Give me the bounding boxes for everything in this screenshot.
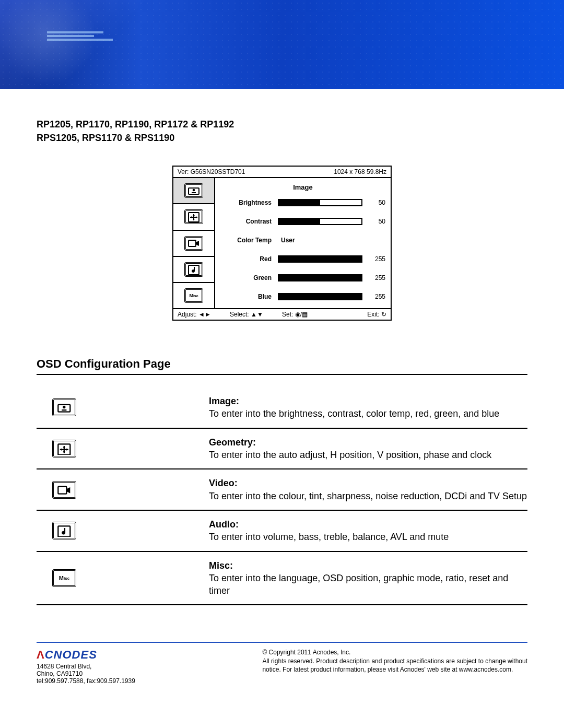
slider-track[interactable] <box>278 274 362 281</box>
config-row-video: Video:To enter into the colour, tint, sh… <box>37 469 527 511</box>
footer-legal: All rights reserved. Product description… <box>262 657 527 674</box>
osd-hint-set: Set: ◉/▦ <box>282 311 334 318</box>
image-icon <box>52 398 76 416</box>
config-desc: Geometry:To enter into the auto adjust, … <box>209 436 527 462</box>
osd-value: 50 <box>368 218 385 225</box>
config-desc: Video:To enter into the colour, tint, sh… <box>209 477 527 502</box>
slider-track[interactable] <box>278 218 362 225</box>
osd-text-value: User <box>278 237 385 244</box>
footer-addr1: 14628 Central Blvd, <box>37 663 262 670</box>
osd-tab-audio[interactable] <box>173 257 214 283</box>
config-row-audio: Audio:To enter into volume, bass, treble… <box>37 511 527 552</box>
osd-top-bar: Ver: G56SN20SSTD701 1024 x 768 59.8Hz <box>173 167 391 178</box>
osd-hint-select: Select: ▲▼ <box>230 311 282 318</box>
osd-value: 255 <box>368 293 385 300</box>
logo-accent-icon: Λ <box>37 648 45 661</box>
config-text: To enter into the auto adjust, H positio… <box>209 450 491 460</box>
osd-label: Brightness <box>215 199 278 206</box>
banner-dots <box>0 0 564 89</box>
osd-value: 255 <box>368 255 385 263</box>
banner-stripes <box>47 31 141 41</box>
footer-left: ΛCNODES 14628 Central Blvd, Chino, CA917… <box>37 648 262 685</box>
config-row-image: Image:To enter into the brightness, cont… <box>37 388 527 429</box>
product-line-1: RP1205, RP1170, RP1190, RP1172 & RP1192 <box>37 118 527 131</box>
osd-label: Contrast <box>215 218 278 225</box>
slider-fill <box>279 219 320 224</box>
config-icon-cell <box>37 481 204 499</box>
osd-panel: Ver: G56SN20SSTD701 1024 x 768 59.8Hz Mi… <box>172 166 392 321</box>
osd-mode: 1024 x 768 59.8Hz <box>334 168 386 175</box>
geometry-icon <box>184 209 203 224</box>
footer-right: © Copyright 2011 Acnodes, Inc. All right… <box>262 648 527 685</box>
config-title: Video: <box>209 478 238 488</box>
osd-row-blue[interactable]: Blue 255 <box>215 287 391 306</box>
slider-fill <box>279 294 361 299</box>
osd-bottom-bar: Adjust: ◄► Select: ▲▼ Set: ◉/▦ Exit: ↻ <box>173 308 391 320</box>
config-title: Geometry: <box>209 437 256 448</box>
misc-icon: Misc <box>52 569 76 587</box>
osd-label: Blue <box>215 293 278 300</box>
osd-tab-misc[interactable]: Misc <box>173 283 214 308</box>
audio-icon <box>184 262 203 277</box>
osd-hint-adjust: Adjust: ◄► <box>178 311 230 318</box>
footer-addr2: Chino, CA91710 <box>37 670 262 677</box>
osd-version: Ver: G56SN20SSTD701 <box>178 168 245 175</box>
slider-fill <box>279 275 361 280</box>
config-icon-cell <box>37 440 204 457</box>
osd-label: Green <box>215 274 278 281</box>
osd-value: 255 <box>368 274 385 281</box>
footer-addr3: tel:909.597.7588, fax:909.597.1939 <box>37 677 262 685</box>
osd-row-colortemp[interactable]: Color Temp User <box>215 231 391 250</box>
config-icon-cell <box>37 398 204 416</box>
config-row-geometry: Geometry:To enter into the auto adjust, … <box>37 429 527 470</box>
footer-logo: ΛCNODES <box>37 648 262 662</box>
config-icon-cell: Misc <box>37 569 204 587</box>
config-text: To enter into the brightness, contrast, … <box>209 408 499 419</box>
osd-tab-geometry[interactable] <box>173 204 214 230</box>
osd-row-contrast[interactable]: Contrast 50 <box>215 212 391 231</box>
slider-track[interactable] <box>278 199 362 206</box>
osd-heading: Image <box>215 180 391 193</box>
config-table: Image:To enter into the brightness, cont… <box>37 388 527 605</box>
config-row-misc: Misc Misc:To enter into the language, OS… <box>37 552 527 606</box>
config-text: To enter into the colour, tint, sharpnes… <box>209 491 527 501</box>
osd-row-brightness[interactable]: Brightness 50 <box>215 193 391 212</box>
footer-logo-text: CNODES <box>45 648 97 661</box>
geometry-icon <box>52 440 76 457</box>
osd-label: Color Temp <box>215 237 278 244</box>
config-title: Misc: <box>209 560 233 571</box>
config-desc: Audio:To enter into volume, bass, treble… <box>209 518 527 544</box>
slider-fill <box>279 200 320 205</box>
osd-value: 50 <box>368 199 385 206</box>
slider-fill <box>279 256 361 262</box>
video-icon <box>52 481 76 499</box>
config-title: Audio: <box>209 519 239 530</box>
osd-row-green[interactable]: Green 255 <box>215 268 391 287</box>
misc-icon: Misc <box>184 288 203 303</box>
product-title: RP1205, RP1170, RP1190, RP1172 & RP1192 … <box>37 118 527 145</box>
osd-tab-image[interactable] <box>173 178 214 204</box>
osd-side-tabs: Misc <box>173 178 215 308</box>
section-title: OSD Configuration Page <box>37 357 527 375</box>
osd-row-red[interactable]: Red 255 <box>215 250 391 268</box>
config-desc: Misc:To enter into the language, OSD pos… <box>209 559 527 597</box>
osd-main: Image Brightness 50 Contrast 50 Color Te… <box>215 178 391 308</box>
footer-copyright: © Copyright 2011 Acnodes, Inc. <box>262 648 527 656</box>
config-title: Image: <box>209 396 239 406</box>
osd-label: Red <box>215 255 278 263</box>
config-text: To enter into the language, OSD position… <box>209 573 508 596</box>
slider-track[interactable] <box>278 293 362 300</box>
config-text: To enter into volume, bass, treble, bala… <box>209 532 449 542</box>
osd-hint-exit: Exit: ↻ <box>334 311 386 318</box>
video-icon <box>184 236 203 251</box>
slider-track[interactable] <box>278 255 362 263</box>
header-banner <box>0 0 564 89</box>
audio-icon <box>52 522 76 539</box>
product-line-2: RPS1205, RPS1170 & RPS1190 <box>37 131 527 145</box>
footer: ΛCNODES 14628 Central Blvd, Chino, CA917… <box>37 642 527 685</box>
config-desc: Image:To enter into the brightness, cont… <box>209 395 527 420</box>
config-icon-cell <box>37 522 204 539</box>
osd-tab-video[interactable] <box>173 231 214 257</box>
image-icon <box>184 183 203 198</box>
